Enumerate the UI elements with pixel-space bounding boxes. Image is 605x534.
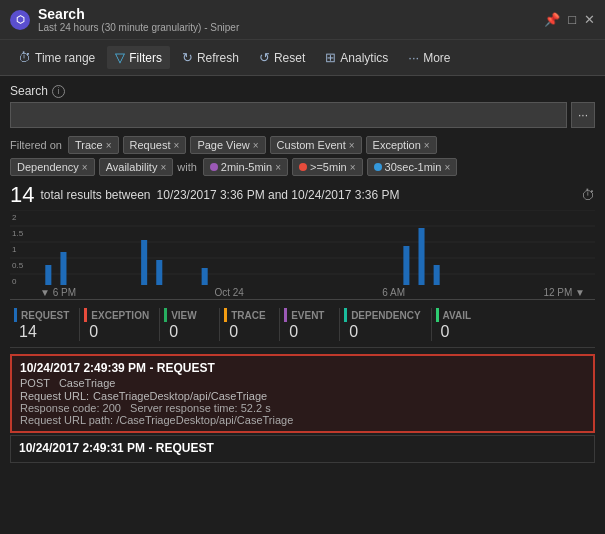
time-range-button[interactable]: ⏱ Time range bbox=[10, 46, 103, 69]
stat-view-label: VIEW bbox=[171, 310, 197, 321]
refresh-button[interactable]: ↻ Refresh bbox=[174, 46, 247, 69]
svg-text:1.5: 1.5 bbox=[12, 229, 24, 238]
filter-row-2: Dependency × Availability × with 2min-5m… bbox=[10, 158, 595, 176]
filter-tag-pageview-label: Page View bbox=[197, 139, 249, 151]
analytics-label: Analytics bbox=[340, 51, 388, 65]
filter-tag-dependency-remove[interactable]: × bbox=[82, 162, 88, 173]
search-input[interactable] bbox=[10, 102, 567, 128]
filter-tag-customevent-label: Custom Event bbox=[277, 139, 346, 151]
stat-event-value: 0 bbox=[289, 323, 298, 341]
chart-label-oct24: Oct 24 bbox=[214, 287, 243, 298]
svg-rect-10 bbox=[45, 265, 51, 285]
filter-tag-2min5min-remove[interactable]: × bbox=[275, 162, 281, 173]
with-label: with bbox=[177, 161, 197, 173]
svg-text:0.5: 0.5 bbox=[12, 261, 24, 270]
search-row: ··· bbox=[10, 102, 595, 128]
svg-text:1: 1 bbox=[12, 245, 17, 254]
main-content: Search i ··· Filtered on Trace × Request… bbox=[0, 76, 605, 530]
filter-tag-availability[interactable]: Availability × bbox=[99, 158, 174, 176]
stat-dependency-bar bbox=[344, 308, 347, 322]
results-count: 14 bbox=[10, 184, 34, 206]
chart-label-12pm: 12 PM ▼ bbox=[543, 287, 585, 298]
svg-rect-15 bbox=[403, 246, 409, 285]
stat-exception: EXCEPTION 0 bbox=[80, 308, 160, 341]
svg-text:2: 2 bbox=[12, 213, 17, 222]
result-1-meta: Response code: 200 Server response time:… bbox=[20, 402, 585, 414]
result-item-1[interactable]: 10/24/2017 2:49:39 PM - REQUEST POST Cas… bbox=[10, 354, 595, 433]
svg-rect-11 bbox=[60, 252, 66, 285]
filter-tag-exception-remove[interactable]: × bbox=[424, 140, 430, 151]
filter-tag-availability-remove[interactable]: × bbox=[160, 162, 166, 173]
result-1-url-value: CaseTriageDesktop/api/CaseTriage bbox=[93, 390, 267, 402]
refresh-label: Refresh bbox=[197, 51, 239, 65]
result-item-2[interactable]: 10/24/2017 2:49:31 PM - REQUEST bbox=[10, 435, 595, 463]
stat-request: REQUEST 14 bbox=[10, 308, 80, 341]
filter-tag-30sec-remove[interactable]: × bbox=[444, 162, 450, 173]
stat-view-bar bbox=[164, 308, 167, 322]
filter-tag-trace[interactable]: Trace × bbox=[68, 136, 119, 154]
svg-rect-13 bbox=[156, 260, 162, 285]
svg-rect-12 bbox=[141, 240, 147, 285]
svg-rect-14 bbox=[202, 268, 208, 285]
stat-event-label: EVENT bbox=[291, 310, 324, 321]
svg-rect-17 bbox=[434, 265, 440, 285]
reset-icon: ↺ bbox=[259, 50, 270, 65]
filter-tag-trace-remove[interactable]: × bbox=[106, 140, 112, 151]
filter-tag-request-label: Request bbox=[130, 139, 171, 151]
filter-tag-5min[interactable]: >=5min × bbox=[292, 158, 363, 176]
results-text: total results between bbox=[40, 188, 150, 202]
result-1-url-label: Request URL: bbox=[20, 390, 89, 402]
stat-view-value: 0 bbox=[169, 323, 178, 341]
reset-button[interactable]: ↺ Reset bbox=[251, 46, 313, 69]
stat-view: VIEW 0 bbox=[160, 308, 220, 341]
result-1-path: Request URL path: /CaseTriageDesktop/api… bbox=[20, 414, 585, 426]
filter-tag-exception[interactable]: Exception × bbox=[366, 136, 437, 154]
filter-tag-5min-remove[interactable]: × bbox=[350, 162, 356, 173]
stat-dependency-value: 0 bbox=[349, 323, 358, 341]
pin-button[interactable]: 📌 bbox=[544, 12, 560, 27]
filter-tag-trace-label: Trace bbox=[75, 139, 103, 151]
search-more-button[interactable]: ··· bbox=[571, 102, 595, 128]
stat-trace: TRACE 0 bbox=[220, 308, 280, 341]
stat-avail-value: 0 bbox=[441, 323, 450, 341]
chart-svg: 2 1.5 1 0.5 0 bbox=[10, 210, 595, 290]
filter-tag-2min5min-label: 2min-5min bbox=[221, 161, 272, 173]
more-button[interactable]: ··· More bbox=[400, 46, 458, 69]
toolbar: ⏱ Time range ▽ Filters ↻ Refresh ↺ Reset… bbox=[0, 40, 605, 76]
result-1-line1: POST CaseTriage bbox=[20, 377, 585, 389]
stat-trace-label: TRACE bbox=[231, 310, 265, 321]
filter-tag-request-remove[interactable]: × bbox=[174, 140, 180, 151]
filter-tag-30sec[interactable]: 30sec-1min × bbox=[367, 158, 458, 176]
filter-tag-request[interactable]: Request × bbox=[123, 136, 187, 154]
stat-request-value: 14 bbox=[19, 323, 37, 341]
analytics-button[interactable]: ⊞ Analytics bbox=[317, 46, 396, 69]
page-title: Search bbox=[38, 6, 239, 22]
chart-area: 2 1.5 1 0.5 0 ▼ 6 PM Oct 24 6 AM 12 PM ▼ bbox=[10, 210, 595, 300]
filters-button[interactable]: ▽ Filters bbox=[107, 46, 170, 69]
window-controls[interactable]: 📌 □ ✕ bbox=[544, 12, 595, 27]
filter-tag-customevent[interactable]: Custom Event × bbox=[270, 136, 362, 154]
filter-tag-pageview[interactable]: Page View × bbox=[190, 136, 265, 154]
stat-dependency-label: DEPENDENCY bbox=[351, 310, 420, 321]
filter-tag-2min5min-dot bbox=[210, 163, 218, 171]
stat-request-bar bbox=[14, 308, 17, 322]
restore-button[interactable]: □ bbox=[568, 12, 576, 27]
stat-avail-label: AVAIL bbox=[443, 310, 472, 321]
filter-tag-pageview-remove[interactable]: × bbox=[253, 140, 259, 151]
analytics-icon: ⊞ bbox=[325, 50, 336, 65]
result-1-title: 10/24/2017 2:49:39 PM - REQUEST bbox=[20, 361, 585, 375]
page-subtitle: Last 24 hours (30 minute granularity) - … bbox=[38, 22, 239, 33]
filter-tag-dependency[interactable]: Dependency × bbox=[10, 158, 95, 176]
stat-exception-bar bbox=[84, 308, 87, 322]
filter-tag-customevent-remove[interactable]: × bbox=[349, 140, 355, 151]
filters-label: Filters bbox=[129, 51, 162, 65]
app-icon: ⬡ bbox=[10, 10, 30, 30]
filter-tag-2min5min[interactable]: 2min-5min × bbox=[203, 158, 288, 176]
filter-tag-30sec-label: 30sec-1min bbox=[385, 161, 442, 173]
close-button[interactable]: ✕ bbox=[584, 12, 595, 27]
filter-tag-30sec-dot bbox=[374, 163, 382, 171]
stat-exception-value: 0 bbox=[89, 323, 98, 341]
stat-avail-bar bbox=[436, 308, 439, 322]
stat-exception-label: EXCEPTION bbox=[91, 310, 149, 321]
results-header: 14 total results between 10/23/2017 3:36… bbox=[10, 184, 595, 206]
